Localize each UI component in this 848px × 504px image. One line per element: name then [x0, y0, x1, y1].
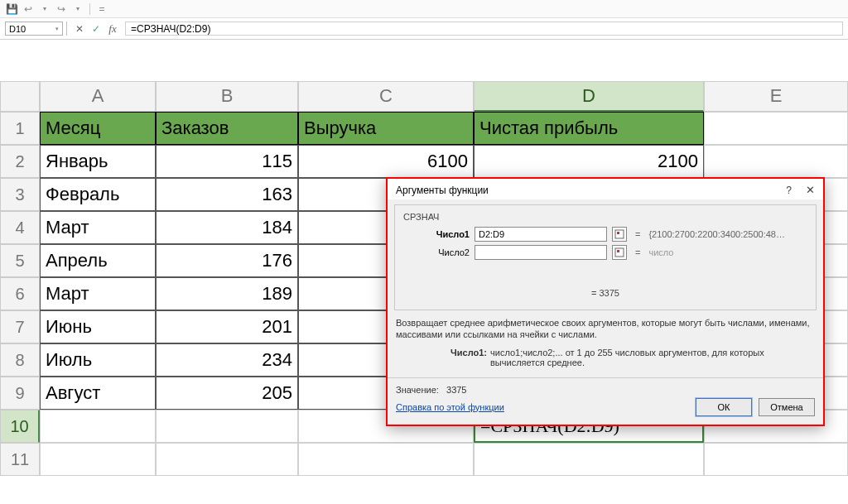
col-header-A[interactable]: A [40, 81, 156, 112]
cell-B6[interactable]: 189 [156, 277, 298, 310]
arg2-range-selector-icon[interactable] [612, 245, 627, 260]
redo-dropdown-icon[interactable]: ▾ [71, 5, 84, 12]
undo-dropdown-icon[interactable]: ▾ [38, 5, 51, 12]
name-box[interactable]: D10 ▾ [5, 22, 63, 36]
row-header-10[interactable]: 10 [0, 410, 40, 443]
cell-D1[interactable]: Чистая прибыль [474, 112, 704, 145]
row-header-6[interactable]: 6 [0, 277, 40, 310]
formula-bar[interactable]: =СРЗНАЧ(D2:D9) [125, 22, 843, 36]
cell-E2[interactable] [704, 145, 848, 178]
cell-B2[interactable]: 115 [156, 145, 298, 178]
cell-D11[interactable] [474, 443, 704, 476]
arg2-input[interactable] [475, 245, 607, 260]
fx-separator [66, 22, 67, 36]
arg1-input[interactable] [475, 227, 607, 242]
dialog-help-icon[interactable]: ? [786, 185, 792, 196]
row-header-8[interactable]: 8 [0, 343, 40, 377]
cell-B10[interactable] [156, 410, 298, 443]
cell-C1[interactable]: Выручка [298, 112, 474, 145]
cell-B8[interactable]: 234 [156, 343, 298, 377]
cell-A11[interactable] [40, 443, 156, 476]
argdesc-label: Число1: [437, 348, 487, 367]
col-header-E[interactable]: E [704, 81, 848, 112]
arg2-equals: = [635, 247, 640, 257]
cell-B1[interactable]: Заказов [156, 112, 298, 145]
cell-A1[interactable]: Месяц [40, 112, 156, 145]
function-arguments-dialog: Аргументы функции ? ✕ СРЗНАЧ Число1 = {2… [386, 177, 825, 426]
cell-C2[interactable]: 6100 [298, 145, 474, 178]
cell-B5[interactable]: 176 [156, 244, 298, 277]
formula-buttons: ✕ ✓ fx [70, 22, 122, 36]
svg-rect-1 [617, 232, 619, 234]
row-header-1[interactable]: 1 [0, 112, 40, 145]
argument-row-1: Число1 = {2100:2700:2200:3400:2500:4800:… [403, 227, 807, 242]
cell-B3[interactable]: 163 [156, 178, 298, 211]
arg1-label: Число1 [403, 229, 470, 239]
dialog-separator [388, 377, 823, 378]
name-box-dropdown-icon[interactable]: ▾ [55, 26, 59, 32]
arg1-result: {2100:2700:2200:3400:2500:4800:510... [648, 229, 789, 239]
arg1-equals: = [635, 229, 640, 239]
formula-total: = 3375 [403, 288, 807, 298]
equals-icon[interactable]: = [95, 3, 108, 15]
formula-row: D10 ▾ ✕ ✓ fx =СРЗНАЧ(D2:D9) [0, 18, 848, 40]
quick-access-toolbar: 💾 ↩ ▾ ↪ ▾ = [0, 0, 848, 18]
arg2-placeholder: число [648, 247, 673, 257]
function-help-link[interactable]: Справка по этой функции [396, 402, 504, 412]
cell-A10[interactable] [40, 410, 156, 443]
cell-D2[interactable]: 2100 [474, 145, 704, 178]
cancel-button[interactable]: Отмена [759, 398, 815, 416]
arg1-range-selector-icon[interactable] [612, 227, 627, 242]
argdesc-text: число1;число2;... от 1 до 255 числовых а… [490, 348, 815, 367]
cell-E11[interactable] [704, 443, 848, 476]
cell-E1[interactable] [704, 112, 848, 145]
redo-icon[interactable]: ↪ [55, 3, 68, 15]
cell-B9[interactable]: 205 [156, 377, 298, 410]
col-header-D[interactable]: D [474, 81, 704, 112]
col-header-B[interactable]: B [156, 81, 298, 112]
cell-A9[interactable]: Август [40, 377, 156, 410]
select-all-corner[interactable] [0, 81, 40, 112]
col-header-C[interactable]: C [298, 81, 474, 112]
result-value: 3375 [446, 385, 466, 395]
cell-A2[interactable]: Январь [40, 145, 156, 178]
name-box-value: D10 [9, 24, 26, 34]
argument-row-2: Число2 = число [403, 245, 807, 260]
formula-bar-content: =СРЗНАЧ(D2:D9) [131, 23, 210, 35]
dialog-body: СРЗНАЧ Число1 = {2100:2700:2200:3400:250… [394, 204, 817, 310]
cell-A4[interactable]: Март [40, 211, 156, 244]
cell-C11[interactable] [298, 443, 474, 476]
ok-button[interactable]: ОК [696, 398, 752, 416]
cell-B7[interactable]: 201 [156, 310, 298, 343]
dialog-result-row: Значение: 3375 [396, 385, 815, 395]
cell-A8[interactable]: Июль [40, 343, 156, 377]
cancel-formula-icon[interactable]: ✕ [72, 22, 87, 36]
dialog-close-icon[interactable]: ✕ [803, 184, 817, 196]
cell-A7[interactable]: Июнь [40, 310, 156, 343]
row-header-4[interactable]: 4 [0, 211, 40, 244]
row-header-5[interactable]: 5 [0, 244, 40, 277]
confirm-formula-icon[interactable]: ✓ [89, 22, 104, 36]
cell-A6[interactable]: Март [40, 277, 156, 310]
dialog-titlebar: Аргументы функции ? ✕ [388, 179, 823, 199]
insert-function-icon[interactable]: fx [105, 22, 120, 36]
row-header-2[interactable]: 2 [0, 145, 40, 178]
cell-A3[interactable]: Февраль [40, 178, 156, 211]
cell-A5[interactable]: Апрель [40, 244, 156, 277]
save-icon[interactable]: 💾 [5, 3, 18, 15]
argument-description: Число1: число1;число2;... от 1 до 255 чи… [437, 348, 815, 367]
cell-B11[interactable] [156, 443, 298, 476]
result-label: Значение: [396, 385, 439, 395]
undo-icon[interactable]: ↩ [22, 3, 35, 15]
function-description: Возвращает среднее арифметическое своих … [396, 317, 815, 341]
svg-rect-3 [617, 250, 619, 252]
qat-separator [89, 3, 90, 15]
cell-B4[interactable]: 184 [156, 211, 298, 244]
function-name-label: СРЗНАЧ [403, 212, 807, 222]
row-header-11[interactable]: 11 [0, 443, 40, 476]
dialog-title: Аргументы функции [396, 185, 489, 196]
row-header-7[interactable]: 7 [0, 310, 40, 343]
row-header-3[interactable]: 3 [0, 178, 40, 211]
dialog-bottom-bar: Справка по этой функции ОК Отмена [388, 395, 823, 425]
row-header-9[interactable]: 9 [0, 377, 40, 410]
